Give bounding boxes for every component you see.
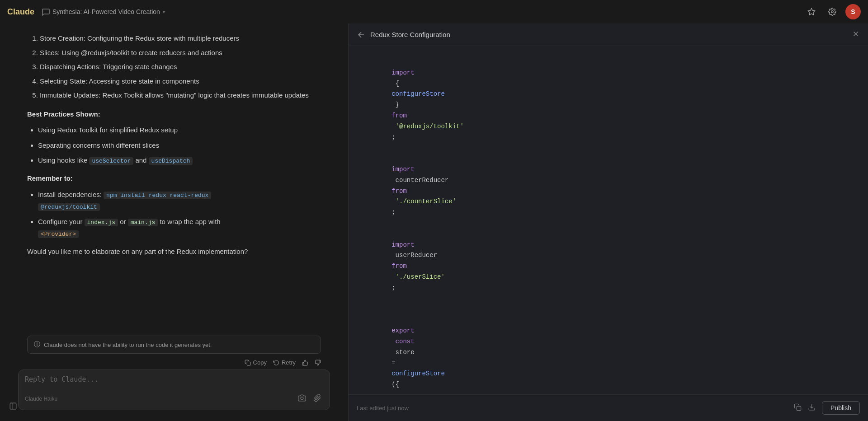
inline-code-indexjs: index.js xyxy=(85,219,118,226)
panel-title: Redux Store Configuration xyxy=(370,31,847,38)
back-button[interactable] xyxy=(357,30,366,39)
close-button[interactable] xyxy=(852,30,860,39)
bottom-toggle-area xyxy=(6,400,20,414)
remember-list: Install dependencies: npm install redux … xyxy=(27,189,321,239)
retry-button[interactable]: Retry xyxy=(273,359,296,366)
svg-point-3 xyxy=(301,397,303,400)
publish-button[interactable]: Publish xyxy=(822,401,860,415)
svg-marker-0 xyxy=(808,9,815,15)
copy-icon xyxy=(245,360,251,366)
code-line: import { configureStore } from '@reduxjs… xyxy=(361,57,855,154)
nav-title-btn[interactable]: Synthesia: AI-Powered Video Creation ▾ xyxy=(42,8,165,16)
code-area: import { configureStore } from '@reduxjs… xyxy=(349,46,868,394)
chevron-down-icon: ▾ xyxy=(163,9,165,14)
model-label: Claude Haiku xyxy=(25,396,57,402)
code-line-blank xyxy=(361,304,855,315)
attach-icon xyxy=(313,394,321,402)
list-item: Dispatching Actions: Triggering state ch… xyxy=(40,61,321,73)
list-item: Selecting State: Accessing store state i… xyxy=(40,75,321,87)
download-icon xyxy=(808,403,816,411)
svg-point-1 xyxy=(831,11,834,13)
list-item: Slices: Using @reduxjs/toolkit to create… xyxy=(40,47,321,59)
thumbs-up-icon xyxy=(302,360,308,366)
footer-timestamp: Last edited just now xyxy=(357,405,794,412)
inline-code-mainjs: main.js xyxy=(128,219,158,226)
list-item: Immutable Updates: Redux Toolkit allows … xyxy=(40,89,321,101)
info-icon: ⓘ xyxy=(34,341,40,349)
star-button[interactable] xyxy=(804,4,819,19)
svg-rect-2 xyxy=(247,362,250,365)
action-row: Copy Retry xyxy=(0,357,348,370)
code-line: import counterReducer from './counterSli… xyxy=(361,154,855,229)
retry-icon xyxy=(273,360,279,366)
sidebar-toggle-button[interactable] xyxy=(6,400,20,414)
list-item: Configure your index.js or main.js to wr… xyxy=(38,216,321,239)
code-line: import userReducer from './userSlice' ; xyxy=(361,229,855,304)
list-item: Using Redux Toolkit for simplified Redux… xyxy=(38,124,321,136)
main-area: Store Creation: Configuring the Redux st… xyxy=(0,23,868,421)
thumbs-down-icon xyxy=(315,360,321,366)
close-icon xyxy=(852,30,860,38)
reply-input[interactable] xyxy=(25,375,323,388)
list-item: Install dependencies: npm install redux … xyxy=(38,189,321,212)
logo: Claude xyxy=(7,7,34,17)
user-avatar-button[interactable]: S xyxy=(845,4,861,19)
chat-panel: Store Creation: Configuring the Redux st… xyxy=(0,23,348,421)
chat-content: Store Creation: Configuring the Redux st… xyxy=(0,23,348,336)
chat-icon xyxy=(42,8,50,16)
inline-code-usedispatch: useDispatch xyxy=(149,157,193,165)
svg-rect-9 xyxy=(797,406,801,410)
download-button[interactable] xyxy=(808,403,816,413)
back-arrow-icon xyxy=(357,30,366,39)
copy-button[interactable]: Copy xyxy=(245,359,267,366)
inline-code-useselector: useSelector xyxy=(89,157,133,165)
thumbs-down-button[interactable] xyxy=(315,360,321,366)
list-item: Using hooks like useSelector and useDisp… xyxy=(38,154,321,166)
right-panel-footer: Last edited just now Publish xyxy=(349,394,868,421)
inline-code-provider: <Provider> xyxy=(38,230,79,238)
right-panel-header: Redux Store Configuration xyxy=(349,23,868,46)
right-panel: Redux Store Configuration import { confi… xyxy=(348,23,868,421)
remember-heading: Remember to: xyxy=(27,173,321,184)
attach-button[interactable] xyxy=(311,393,323,404)
copy-artifact-button[interactable] xyxy=(794,403,802,413)
svg-rect-4 xyxy=(10,403,16,409)
inline-code-toolkit: @reduxjs/toolkit xyxy=(38,203,100,211)
ordered-list: Store Creation: Configuring the Redux st… xyxy=(27,33,321,101)
sidebar-icon xyxy=(9,402,17,410)
closing-text: Would you like me to elaborate on any pa… xyxy=(27,246,321,257)
best-practices-list: Using Redux Toolkit for simplified Redux… xyxy=(27,124,321,166)
reply-area: Claude Haiku xyxy=(18,370,330,410)
list-item: Separating concerns with different slice… xyxy=(38,140,321,151)
nav-title-text: Synthesia: AI-Powered Video Creation xyxy=(52,8,160,15)
warning-bar: ⓘ Claude does not have the ability to ru… xyxy=(27,336,321,354)
reply-icons xyxy=(296,393,323,404)
reply-toolbar: Claude Haiku xyxy=(25,393,323,404)
list-item: Store Creation: Configuring the Redux st… xyxy=(40,33,321,44)
camera-button[interactable] xyxy=(296,393,308,404)
settings-button[interactable] xyxy=(825,4,840,19)
code-line: export const store = configureStore ({ xyxy=(361,315,855,394)
footer-actions: Publish xyxy=(794,401,860,415)
inline-code-npm: npm install redux react-redux xyxy=(104,192,211,199)
copy-artifact-icon xyxy=(794,403,802,411)
thumbs-up-button[interactable] xyxy=(302,360,308,366)
best-practices-heading: Best Practices Shown: xyxy=(27,108,321,120)
warning-text: Claude does not have the ability to run … xyxy=(44,341,212,348)
camera-icon xyxy=(298,394,306,402)
top-nav: Claude Synthesia: AI-Powered Video Creat… xyxy=(0,0,868,23)
